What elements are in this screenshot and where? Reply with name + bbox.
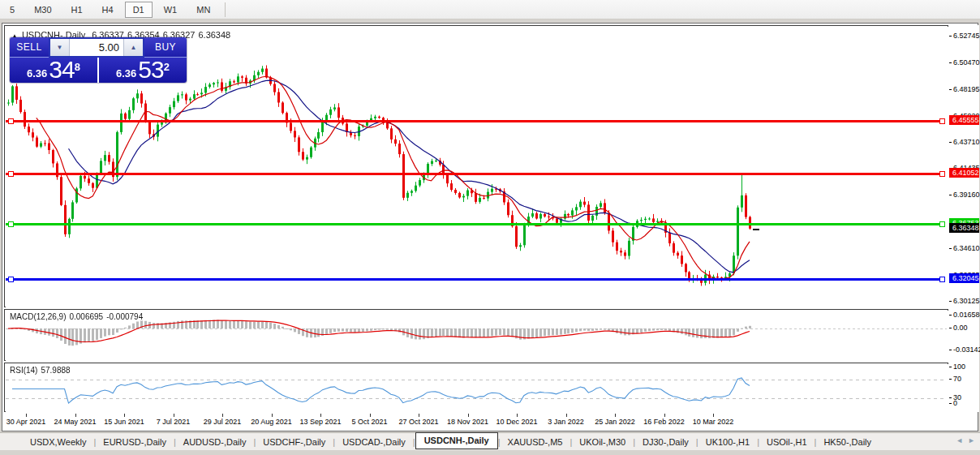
date-label: 27 Oct 2021 (398, 418, 438, 426)
date-label: 10 Mar 2022 (693, 418, 734, 426)
timeframe-button-5[interactable]: 5 (2, 2, 23, 18)
volume-spinner: ▼ ▲ (49, 37, 144, 58)
timeframe-button-d1[interactable]: D1 (125, 2, 153, 18)
price-chart-pane: ▲USDCNH-,Daily6.363376.363546.363276.363… (4, 25, 948, 307)
status-bar (0, 450, 980, 455)
rsi-scale-label: 0 (949, 399, 979, 407)
date-label: 29 Jul 2021 (204, 418, 242, 426)
time-axis[interactable]: 30 Apr 202124 May 202115 Jun 20217 Jul 2… (4, 414, 948, 431)
rsi-name: RSI(14) (10, 366, 37, 375)
date-label: 20 Aug 2021 (251, 418, 292, 426)
chart-tab[interactable]: USDCNH-,Daily (415, 432, 498, 449)
date-label: 10 Dec 2021 (496, 418, 537, 426)
tab-scroll-arrows: ◄ ► (956, 436, 975, 444)
chart-tab[interactable]: UKOil-,M30 (572, 435, 633, 449)
rsi-indicator-pane: RSI(14)57.9888 (4, 363, 948, 412)
macd-indicator-pane: MACD(12,26,9)0.006695-0.000794 (4, 309, 948, 361)
date-label: 15 Jun 2021 (104, 418, 144, 426)
buy-button[interactable]: BUY (144, 37, 187, 58)
rsi-label: RSI(14)57.9888 (10, 366, 74, 375)
date-tick (517, 414, 518, 417)
macd-scale-label: 0.00 (949, 324, 979, 332)
price-tick-label: 6.48195 (949, 85, 979, 93)
date-tick (468, 414, 469, 417)
triangle-up-icon: ▲ (131, 44, 137, 51)
date-tick (664, 414, 665, 417)
buy-price-quote[interactable]: 6.36532 (99, 58, 187, 83)
date-tick (26, 414, 27, 417)
price-tick-label: 6.39160 (949, 191, 979, 199)
price-tick-label: 6.34610 (949, 244, 979, 252)
chart-tab[interactable]: USDCAD-,Daily (335, 435, 413, 449)
macd-canvas[interactable] (6, 311, 948, 361)
sell-price-prefix: 6.36 (27, 67, 47, 80)
rsi-scale-label: 70 (949, 375, 979, 383)
date-tick (370, 414, 371, 417)
scroll-left-icon[interactable]: ◄ (956, 436, 963, 444)
buy-price-prefix: 6.36 (116, 67, 136, 80)
buy-price-sup: 2 (164, 63, 170, 71)
chart-tab[interactable]: XAUUSD-,M5 (501, 435, 570, 449)
date-tick (419, 414, 419, 417)
timeframe-button-h4[interactable]: H4 (94, 2, 122, 18)
one-click-trading-widget: SELL ▼ ▲ BUY 6.36348 6.36532 (10, 37, 187, 83)
macd-name: MACD(12,26,9) (10, 312, 66, 321)
date-tick (320, 414, 321, 417)
mt4-terminal: 5M30H1H4D1W1MN ▲USDCNH-,Daily6.363376.36… (0, 0, 980, 455)
rsi-scale-label: 100 (949, 363, 979, 371)
chart-window: ▲USDCNH-,Daily6.363376.363546.363276.363… (2, 23, 978, 431)
scroll-right-icon[interactable]: ► (968, 436, 975, 444)
date-tick (75, 414, 76, 417)
date-label: 18 Nov 2021 (447, 418, 488, 426)
volume-decrease-button[interactable]: ▼ (50, 39, 70, 56)
ohlc-close: 6.36348 (198, 30, 230, 40)
chart-tab[interactable]: USDCHF-,Daily (256, 435, 333, 449)
chart-tab[interactable]: UK100-,H1 (698, 435, 757, 449)
macd-signal-value: -0.000794 (106, 312, 143, 321)
date-tick (222, 414, 223, 417)
volume-increase-button[interactable]: ▲ (123, 39, 143, 56)
date-label: 30 Apr 2021 (6, 418, 46, 426)
toolbar-separator (225, 2, 226, 17)
hline-price-label: 6.41052 (949, 168, 979, 178)
macd-scale-label: 0.016586 (949, 311, 979, 319)
timeframe-toolbar: 5M30H1H4D1W1MN (0, 0, 980, 19)
timeframe-button-mn[interactable]: MN (188, 2, 218, 18)
date-tick (174, 414, 174, 417)
price-axis[interactable]: 6.527456.504706.481956.459206.437106.414… (949, 25, 979, 412)
price-tick-label: 6.43710 (949, 138, 979, 146)
price-tick-label: 6.52745 (949, 32, 979, 40)
date-tick (272, 414, 273, 417)
date-label: 25 Jan 2022 (595, 418, 635, 426)
sell-button[interactable]: SELL (10, 37, 49, 58)
timeframe-button-m30[interactable]: M30 (26, 2, 59, 18)
volume-input[interactable] (70, 39, 123, 56)
sell-price-quote[interactable]: 6.36348 (10, 58, 97, 83)
date-label: 5 Oct 2021 (351, 418, 387, 426)
chart-tab[interactable]: USOil-,H1 (759, 435, 815, 449)
chart-tab[interactable]: DJ30-,Daily (635, 435, 696, 449)
macd-main-value: 0.006695 (69, 312, 103, 321)
sell-price-sup: 8 (75, 63, 80, 71)
triangle-down-icon: ▼ (57, 44, 63, 51)
rsi-value: 57.9888 (41, 366, 70, 375)
date-label: 3 Jan 2022 (548, 418, 584, 426)
rsi-canvas[interactable] (6, 364, 948, 412)
chart-tab[interactable]: USDX,Weekly (23, 435, 93, 449)
chart-tab[interactable]: EURUSD-,Daily (96, 435, 174, 449)
current-price-label: 6.36348 (949, 223, 979, 233)
sell-price-big: 34 (49, 59, 74, 80)
date-tick (615, 414, 616, 417)
chart-tab[interactable]: HK50-,Daily (816, 435, 879, 449)
date-tick (566, 414, 567, 417)
buy-price-big: 53 (138, 59, 163, 80)
timeframe-button-w1[interactable]: W1 (156, 2, 186, 18)
price-tick-label: 6.50470 (949, 58, 979, 67)
date-label: 7 Jul 2021 (157, 418, 191, 426)
chart-tab-bar: USDX,Weekly|EURUSD-,Daily|AUDUSD-,Daily|… (0, 432, 980, 450)
macd-scale-label: -0.031425 (949, 346, 979, 354)
timeframe-button-h1[interactable]: H1 (63, 2, 91, 18)
chart-tab[interactable]: AUDUSD-,Daily (176, 435, 254, 449)
date-tick (124, 414, 125, 417)
hline-price-label: 6.32045 (949, 273, 979, 283)
